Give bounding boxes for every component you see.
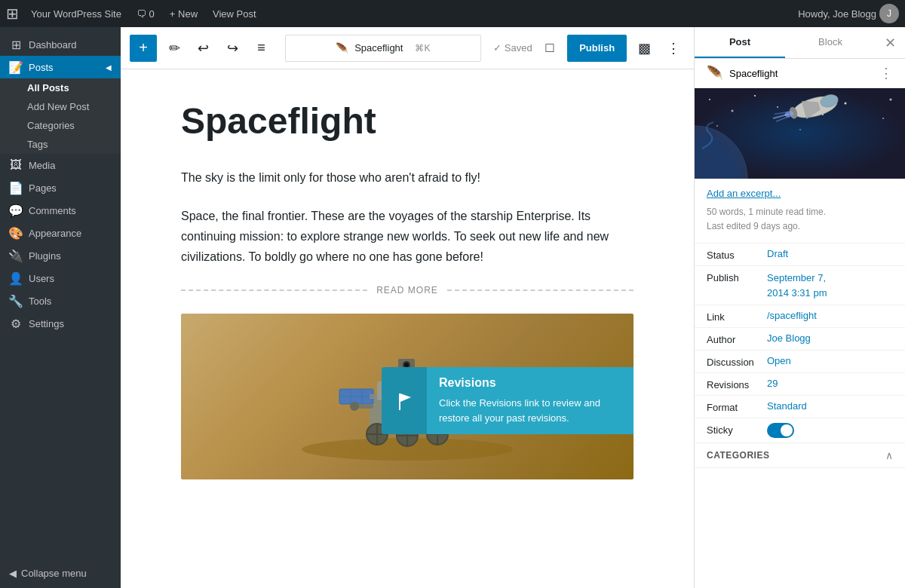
editor-area: + ✏ ↩ ↪ ≡ 🪶 Spaceflight ⌘K ✓ <box>121 27 694 588</box>
checkmark-icon: ✓ <box>493 42 502 54</box>
sidebar-item-dashboard[interactable]: ⊞ Dashboard <box>0 33 121 56</box>
link-label: Link <box>707 310 767 323</box>
svg-point-34 <box>777 106 778 108</box>
revisions-tooltip-title: Revisions <box>439 376 626 390</box>
list-view-button[interactable]: ≡ <box>250 35 272 62</box>
editor-content: Spaceflight The sky is the limit only fo… <box>121 69 694 588</box>
collapse-icon: ◀ <box>9 568 17 579</box>
tab-post[interactable]: Post <box>695 27 785 58</box>
sidebar-item-tools[interactable]: 🔧 Tools <box>0 289 121 312</box>
sidebar-bottom: ◀ Collapse menu <box>0 559 121 588</box>
post-title[interactable]: Spaceflight <box>181 100 634 143</box>
add-block-button[interactable]: + <box>130 35 157 62</box>
wp-logo-icon: ⊞ <box>6 5 19 23</box>
appearance-icon: 🎨 <box>9 226 23 240</box>
preview-icon: □ <box>545 40 554 56</box>
collapse-menu-button[interactable]: ◀ Collapse menu <box>9 568 112 579</box>
sticky-toggle[interactable] <box>767 423 794 438</box>
sidebar-item-label-pages: Pages <box>29 182 57 194</box>
sticky-label: Sticky <box>707 423 767 436</box>
preview-button[interactable]: □ <box>538 35 561 62</box>
svg-point-21 <box>350 402 359 411</box>
collapse-label: Collapse menu <box>21 568 87 579</box>
publish-value[interactable]: September 7,2014 3:31 pm <box>767 271 893 300</box>
featured-image-svg <box>695 88 905 179</box>
discussion-value[interactable]: Open <box>767 355 893 366</box>
svg-rect-20 <box>358 404 373 409</box>
svg-point-40 <box>890 99 892 101</box>
sidebar-item-label-plugins: Plugins <box>29 250 61 262</box>
sidebar-item-media[interactable]: 🖼 Media <box>0 154 121 176</box>
meta-row-revisions: Revisions 29 <box>695 373 905 396</box>
dashboard-icon: ⊞ <box>9 38 23 51</box>
svg-rect-28 <box>399 394 400 410</box>
sidebar-item-plugins[interactable]: 🔌 Plugins <box>0 244 121 267</box>
panel-close-button[interactable]: ✕ <box>876 29 905 57</box>
meta-row-author: Author Joe Blogg <box>695 328 905 351</box>
sidebar-item-label-users: Users <box>29 273 54 284</box>
redo-button[interactable]: ↪ <box>221 35 244 62</box>
featured-image[interactable] <box>695 88 905 179</box>
revisions-value[interactable]: 29 <box>767 378 893 389</box>
sidebar: ⊞ Dashboard 📝 Posts ◀ All Posts Add New … <box>0 27 121 588</box>
format-value[interactable]: Standard <box>767 400 893 412</box>
sidebar-item-label-settings: Settings <box>29 318 64 329</box>
sidebar-submenu-categories[interactable]: Categories <box>0 116 121 135</box>
tab-block[interactable]: Block <box>785 27 876 58</box>
add-excerpt-link[interactable]: Add an excerpt... <box>707 188 893 199</box>
author-value[interactable]: Joe Blogg <box>767 332 893 344</box>
status-value[interactable]: Draft <box>767 248 893 259</box>
sidebar-item-label-comments: Comments <box>29 205 76 216</box>
sidebar-item-label-tools: Tools <box>29 296 51 307</box>
admin-bar: ⊞ Your WordPress Site 🗨 0 + New View Pos… <box>0 0 905 27</box>
panel-content: 🪶 Spaceflight ⋮ <box>695 59 905 588</box>
undo-button[interactable]: ↩ <box>192 35 214 62</box>
keyboard-shortcut: ⌘K <box>415 43 430 54</box>
meta-row-link: Link /spaceflight <box>695 305 905 328</box>
more-options-button[interactable]: ⋮ <box>662 35 685 62</box>
sidebar-item-comments[interactable]: 💬 Comments <box>0 199 121 222</box>
word-count: 50 words, 1 minute read time. Last edite… <box>707 205 893 234</box>
format-label: Format <box>707 400 767 413</box>
main-layout: ⊞ Dashboard 📝 Posts ◀ All Posts Add New … <box>0 27 905 588</box>
template-more-button[interactable]: ⋮ <box>879 65 893 81</box>
excerpt-section: Add an excerpt... 50 words, 1 minute rea… <box>695 179 905 243</box>
sidebar-item-pages[interactable]: 📄 Pages <box>0 176 121 199</box>
meta-row-status: Status Draft <box>695 243 905 266</box>
sidebar-submenu-add-new[interactable]: Add New Post <box>0 97 121 116</box>
sidebar-submenu-all-posts[interactable]: All Posts <box>0 78 121 97</box>
sidebar-item-posts[interactable]: 📝 Posts ◀ <box>0 56 121 78</box>
sidebar-item-appearance[interactable]: 🎨 Appearance <box>0 222 121 244</box>
plugins-icon: 🔌 <box>9 249 23 262</box>
meta-row-sticky: Sticky <box>695 418 905 443</box>
admin-bar-comments[interactable]: 🗨 0 <box>130 8 161 20</box>
link-value[interactable]: /spaceflight <box>767 310 893 321</box>
sidebar-item-label-dashboard: Dashboard <box>29 39 77 51</box>
sidebar-item-users[interactable]: 👤 Users <box>0 267 121 289</box>
command-palette[interactable]: 🪶 Spaceflight ⌘K <box>285 35 481 62</box>
revisions-label: Revisions <box>707 378 767 390</box>
posts-icon: 📝 <box>9 60 23 74</box>
sidebar-menu: ⊞ Dashboard 📝 Posts ◀ All Posts Add New … <box>0 27 121 335</box>
categories-section-header[interactable]: Categories ∧ <box>695 443 905 468</box>
svg-point-32 <box>732 110 734 112</box>
more-icon: ⋮ <box>667 40 680 57</box>
edit-mode-button[interactable]: ✏ <box>163 35 186 62</box>
admin-bar-view-post[interactable]: View Post <box>207 8 262 20</box>
admin-bar-avatar: J <box>879 4 899 23</box>
publish-button[interactable]: Publish <box>567 35 627 62</box>
admin-bar-new[interactable]: + New <box>164 8 204 20</box>
settings-toggle-button[interactable]: ▩ <box>633 35 655 62</box>
post-body[interactable]: The sky is the limit only for those who … <box>181 167 634 268</box>
template-bar: 🪶 Spaceflight ⋮ <box>695 59 905 88</box>
post-title-indicator: Spaceflight <box>354 42 403 54</box>
comments-icon: 💬 <box>9 204 23 217</box>
sidebar-item-label-posts: Posts <box>29 62 54 73</box>
sidebar-item-settings[interactable]: ⚙ Settings <box>0 312 121 335</box>
edit-icon: ✏ <box>169 40 180 57</box>
sidebar-submenu-tags[interactable]: Tags <box>0 135 121 154</box>
admin-bar-site-name[interactable]: Your WordPress Site <box>25 8 127 20</box>
close-icon: ✕ <box>885 35 896 51</box>
sidebar-submenu-posts: All Posts Add New Post Categories Tags <box>0 78 121 154</box>
post-image-block[interactable]: Revisions Click the Revisions link to re… <box>181 314 634 479</box>
